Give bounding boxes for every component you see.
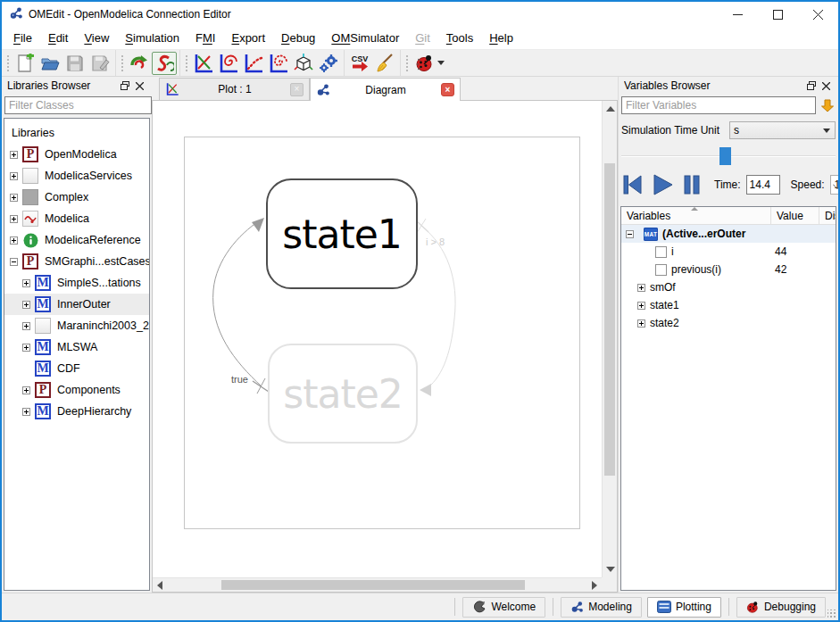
- menu-export[interactable]: Export: [223, 28, 273, 48]
- scroll-up-icon[interactable]: [606, 106, 615, 112]
- library-item-smgraphicstestcases[interactable]: P SMGraphi...estCases: [4, 251, 149, 272]
- library-item-simplestations[interactable]: M SimpleS...tations: [4, 272, 149, 294]
- animation-button[interactable]: [316, 52, 341, 75]
- transition-state1-to-state2[interactable]: [421, 226, 455, 389]
- result-file-row[interactable]: MAT (Active...erOuter: [621, 225, 836, 243]
- clean-button[interactable]: [372, 52, 397, 75]
- filter-classes-input[interactable]: [4, 96, 152, 114]
- close-panel-icon[interactable]: [819, 79, 833, 92]
- expand-icon[interactable]: [22, 386, 30, 394]
- toolbar-drag-handle[interactable]: [185, 54, 189, 72]
- tab-diagram[interactable]: Diagram ×: [310, 78, 461, 101]
- menu-simulation[interactable]: Simulation: [117, 28, 187, 48]
- new-parametric-plot-button[interactable]: [216, 52, 241, 75]
- plot-checkbox[interactable]: [655, 246, 667, 258]
- new-array-plot-button[interactable]: [241, 52, 266, 75]
- re-simulate-setup-button[interactable]: [152, 52, 177, 75]
- rewind-button[interactable]: [621, 171, 645, 198]
- library-item-deephierarchy[interactable]: M DeepHierarchy: [4, 401, 149, 422]
- expand-icon[interactable]: [10, 236, 18, 245]
- library-item-modelicareference[interactable]: ModelicaReference: [4, 229, 149, 251]
- expand-icon[interactable]: [22, 344, 30, 352]
- modeling-perspective-button[interactable]: Modeling: [561, 597, 642, 618]
- expand-icon[interactable]: [637, 302, 645, 310]
- vertical-scrollbar[interactable]: [602, 101, 617, 577]
- libraries-tree-root[interactable]: Libraries: [4, 122, 149, 144]
- menu-debug[interactable]: Debug: [273, 28, 323, 48]
- toolbar-drag-handle[interactable]: [6, 54, 11, 72]
- horizontal-scrollbar[interactable]: [153, 577, 602, 592]
- debug-dropdown-arrow[interactable]: [437, 61, 445, 65]
- scroll-down-icon[interactable]: [606, 567, 615, 572]
- filter-options-arrow-icon[interactable]: [819, 97, 836, 113]
- new-array-parametric-plot-button[interactable]: [266, 52, 291, 75]
- variable-row-state2[interactable]: state2: [621, 314, 836, 332]
- close-panel-icon[interactable]: [132, 79, 146, 92]
- collapse-icon[interactable]: [626, 230, 634, 238]
- new-modelica-class-button[interactable]: [12, 52, 37, 75]
- library-item-openmodelica[interactable]: P OpenModelica: [4, 144, 149, 165]
- debugging-perspective-button[interactable]: Debugging: [736, 597, 826, 618]
- close-button[interactable]: [798, 2, 838, 27]
- close-tab-icon[interactable]: ×: [441, 83, 454, 96]
- variable-row-smof[interactable]: smOf: [621, 278, 836, 296]
- expand-icon[interactable]: [10, 151, 18, 159]
- toolbar-drag-handle[interactable]: [121, 54, 125, 72]
- new-plot-window-button[interactable]: [191, 52, 216, 75]
- library-item-complex[interactable]: Complex: [4, 187, 149, 208]
- toolbar-drag-handle[interactable]: [405, 54, 410, 72]
- menu-help[interactable]: Help: [481, 28, 521, 48]
- expand-icon[interactable]: [637, 284, 645, 292]
- variable-row-previous-i[interactable]: previous(i) 42: [621, 261, 836, 278]
- expand-icon[interactable]: [10, 172, 18, 180]
- state1-component[interactable]: state1: [266, 178, 418, 289]
- expand-icon[interactable]: [22, 322, 30, 330]
- 3d-viewer-button[interactable]: [291, 52, 316, 75]
- scroll-left-icon[interactable]: [157, 581, 162, 590]
- maximize-button[interactable]: [758, 2, 798, 27]
- column-display-unit[interactable]: Displ: [819, 207, 836, 224]
- transition-state2-to-state1[interactable]: [213, 220, 262, 386]
- expand-icon[interactable]: [10, 194, 18, 202]
- library-item-mlswa[interactable]: M MLSWA: [4, 336, 149, 358]
- library-item-modelica[interactable]: Modelica: [4, 208, 149, 229]
- library-item-components[interactable]: P Components: [4, 379, 149, 401]
- menu-view[interactable]: View: [76, 28, 117, 48]
- speed-combobox[interactable]: 1: [830, 175, 840, 195]
- library-item-modelicaservices[interactable]: ModelicaServices: [4, 165, 149, 187]
- expand-icon[interactable]: [22, 279, 30, 287]
- variable-row-i[interactable]: i 44: [621, 243, 836, 261]
- library-item-maraninchi2003-2[interactable]: Maraninchi2003_2: [4, 315, 149, 336]
- open-model-button[interactable]: [37, 52, 62, 75]
- scroll-right-icon[interactable]: [592, 581, 597, 590]
- plotting-perspective-button[interactable]: Plotting: [647, 597, 721, 618]
- expand-icon[interactable]: [10, 215, 18, 223]
- menu-tools[interactable]: Tools: [438, 28, 481, 48]
- expand-icon[interactable]: [22, 408, 30, 416]
- library-item-innerouter[interactable]: M InnerOuter: [4, 294, 149, 315]
- pause-button[interactable]: [680, 171, 703, 198]
- resize-grip[interactable]: [828, 610, 836, 618]
- tab-plot-1[interactable]: Plot : 1 ×: [159, 78, 310, 100]
- library-item-cdf[interactable]: M CDF: [4, 358, 149, 379]
- state2-component[interactable]: state2: [268, 344, 418, 444]
- welcome-perspective-button[interactable]: Welcome: [462, 597, 545, 618]
- horizontal-scroll-thumb[interactable]: [221, 580, 525, 590]
- save-button[interactable]: [62, 52, 87, 75]
- play-button[interactable]: [650, 171, 675, 198]
- variable-row-state1[interactable]: state1: [621, 296, 836, 314]
- export-csv-button[interactable]: CSV: [347, 52, 372, 75]
- re-simulate-button[interactable]: [127, 52, 152, 75]
- column-value[interactable]: Value: [771, 207, 819, 224]
- filter-variables-input[interactable]: [621, 96, 816, 114]
- time-input[interactable]: [746, 175, 780, 195]
- float-panel-icon[interactable]: [804, 79, 819, 92]
- menu-omsimulator[interactable]: OMSimulator: [323, 28, 407, 48]
- slider-handle[interactable]: [719, 147, 731, 165]
- save-as-button[interactable]: [87, 52, 112, 75]
- menu-edit[interactable]: Edit: [40, 28, 76, 48]
- expand-icon[interactable]: [637, 319, 645, 328]
- plot-checkbox[interactable]: [655, 264, 667, 276]
- expand-icon[interactable]: [22, 301, 30, 309]
- float-panel-icon[interactable]: [118, 79, 132, 92]
